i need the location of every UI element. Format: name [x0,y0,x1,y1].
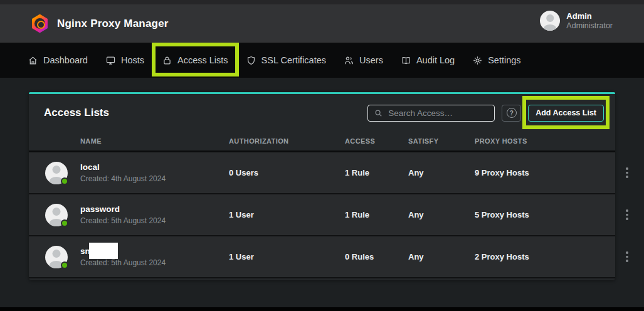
table-row: local Created: 4th August 2024 0 Users 1… [29,152,615,194]
nav-label: SSL Certificates [261,55,326,65]
page-content: Access Lists ? Add Access List [0,78,644,307]
npm-logo-icon [31,14,48,33]
proxy-hosts-value: 5 Proxy Hosts [475,210,594,219]
access-value: 1 Rule [345,168,408,177]
person-icon [540,11,560,31]
access-lists-panel: Access Lists ? Add Access List [29,92,615,280]
nav-item-hosts[interactable]: Hosts [97,43,153,78]
panel-title: Access Lists [44,107,109,119]
row-menu-kebab-icon[interactable] [621,165,633,181]
gear-icon [472,55,483,66]
nav-item-access-lists[interactable]: Access Lists [153,43,237,78]
column-header-authorization: AUTHORIZATION [229,137,345,145]
help-button[interactable]: ? [502,105,521,122]
satisfy-value: Any [408,252,475,261]
main-navigation: Dashboard Hosts Access Lists SSL Certifi… [0,43,644,78]
nav-item-dashboard[interactable]: Dashboard [28,43,97,78]
top-edge-strip [0,0,644,4]
app-title: Nginx Proxy Manager [57,18,169,30]
top-header-bar: Nginx Proxy Manager Admin Administrator [0,0,644,43]
authorization-value: 1 User [229,210,345,219]
column-header-access: ACCESS [345,137,408,145]
nav-label: Access Lists [177,55,228,65]
lock-icon [162,55,172,66]
authorization-value: 1 User [229,252,345,261]
table-row: sn Created: 5th August 2024 1 User 0 Rul… [29,236,615,278]
table-header-row: NAME AUTHORIZATION ACCESS SATISFY PROXY … [29,132,615,152]
online-status-dot [61,219,68,227]
nav-label: Hosts [121,55,144,65]
nginx-proxy-manager-app: Nginx Proxy Manager Admin Administrator … [0,0,644,311]
nav-label: Audit Log [416,55,455,65]
column-header-proxy-hosts: PROXY HOSTS [475,137,594,145]
online-status-dot [61,261,68,269]
row-menu-kebab-icon[interactable] [621,207,633,223]
nav-label: Users [359,55,383,65]
user-avatar [540,11,560,31]
user-role: Administrator [566,21,613,30]
column-header-satisfy: SATISFY [408,137,475,145]
monitor-icon [105,55,116,66]
row-avatar [45,204,68,226]
home-icon [28,55,38,66]
search-icon [374,108,383,118]
table-row: password Created: 5th August 2024 1 User… [29,194,615,236]
proxy-hosts-value: 2 Proxy Hosts [475,252,594,261]
bottom-edge-strip [0,307,644,311]
access-value: 0 Rules [345,252,408,261]
search-input[interactable] [388,108,488,118]
column-header-name: NAME [29,137,229,145]
shield-icon [246,55,256,66]
created-date: Created: 4th August 2024 [80,174,166,183]
authorization-value: 0 Users [229,168,345,177]
satisfy-value: Any [408,168,475,177]
row-avatar [45,246,68,268]
online-status-dot [61,177,68,185]
proxy-hosts-value: 9 Proxy Hosts [475,168,594,177]
row-avatar [45,162,68,184]
help-circle-icon: ? [507,108,517,118]
nav-item-settings[interactable]: Settings [463,43,529,78]
created-date: Created: 5th August 2024 [80,216,166,225]
created-date: Created: 5th August 2024 [80,258,166,267]
nav-item-audit-log[interactable]: Audit Log [392,43,463,78]
user-name: Admin [566,11,613,21]
nav-label: Dashboard [43,55,88,65]
access-list-name: password [80,204,166,214]
user-menu[interactable]: Admin Administrator [540,11,613,31]
users-icon [344,55,354,66]
redaction-overlay [89,243,118,259]
row-menu-kebab-icon[interactable] [621,249,633,265]
panel-header: Access Lists ? Add Access List [29,94,615,132]
nav-label: Settings [488,55,520,65]
access-list-name: local [80,162,166,172]
satisfy-value: Any [408,210,475,219]
access-value: 1 Rule [345,210,408,219]
book-icon [401,55,411,66]
search-box [367,105,495,122]
nav-item-users[interactable]: Users [335,43,392,78]
nav-item-ssl-certificates[interactable]: SSL Certificates [237,43,335,78]
add-access-list-button[interactable]: Add Access List [528,105,604,122]
